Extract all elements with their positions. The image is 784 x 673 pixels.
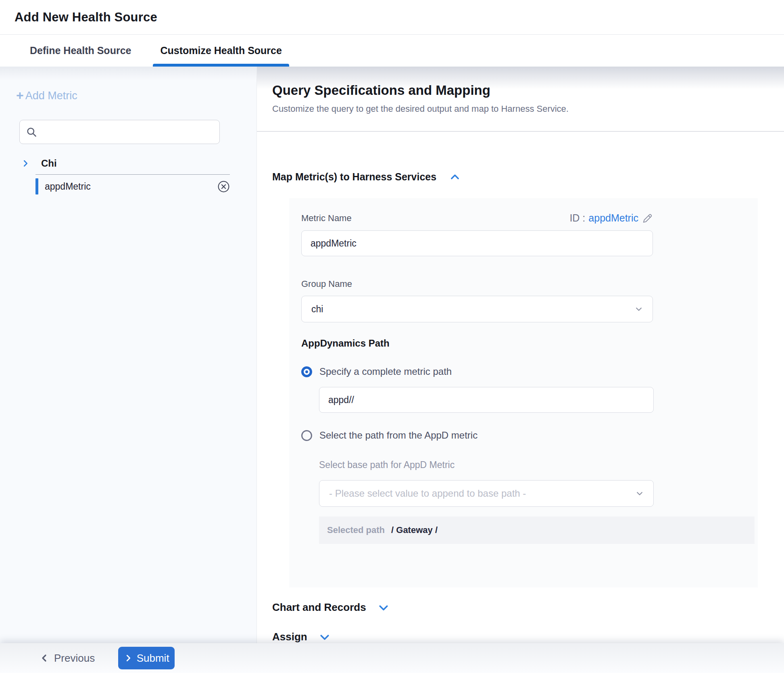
metric-item-label: appdMetric xyxy=(45,181,91,192)
selected-path-box: Selected path / Gateway / xyxy=(319,516,755,544)
chevron-right-icon xyxy=(124,654,133,663)
tab-customize-health-source[interactable]: Customize Health Source xyxy=(154,35,287,67)
panel-title: Query Specifications and Mapping xyxy=(272,83,784,98)
chart-and-records-toggle[interactable]: Chart and Records xyxy=(272,601,784,614)
dialog-body: + Add Metric Chi xyxy=(0,67,784,643)
panel-subtitle: Customize the query to get the desired o… xyxy=(272,104,784,114)
map-metric-card: Metric Name ID : appdMetric Group Nam xyxy=(289,198,758,587)
metric-id-value[interactable]: appdMetric xyxy=(588,212,638,224)
metric-group-chi[interactable]: Chi xyxy=(21,158,256,169)
base-path-select[interactable]: - Please select value to append to base … xyxy=(319,480,654,507)
base-path-placeholder: - Please select value to append to base … xyxy=(329,488,526,499)
metric-name-input[interactable] xyxy=(301,230,653,256)
section-title: Chart and Records xyxy=(272,601,366,614)
group-name-value: chi xyxy=(311,304,323,315)
add-metric-button[interactable]: + Add Metric xyxy=(16,89,77,102)
submit-label: Submit xyxy=(137,652,169,665)
chevron-up-icon xyxy=(449,171,461,183)
radio-complete-metric-path[interactable]: Specify a complete metric path xyxy=(301,366,746,377)
section-title: Assign xyxy=(272,631,307,643)
search-icon xyxy=(26,126,37,138)
tab-bar: Define Health Source Customize Health So… xyxy=(0,35,784,67)
chevron-down-icon xyxy=(636,489,644,497)
chevron-right-icon xyxy=(21,159,30,168)
radio-label: Specify a complete metric path xyxy=(319,366,452,377)
edit-pencil-icon[interactable] xyxy=(642,213,653,224)
complete-metric-path-input[interactable] xyxy=(319,387,654,413)
map-metrics-section-toggle[interactable]: Map Metric(s) to Harness Services xyxy=(272,171,784,183)
metric-name-label: Metric Name xyxy=(301,213,352,224)
metric-name-row: Metric Name ID : appdMetric xyxy=(301,212,653,224)
chevron-down-icon xyxy=(377,602,390,614)
group-label: Chi xyxy=(41,158,57,169)
submit-button[interactable]: Submit xyxy=(118,647,175,669)
chevron-left-icon xyxy=(40,653,49,663)
add-metric-label: Add Metric xyxy=(25,90,77,102)
radio-select-path-from-appd[interactable]: Select the path from the AppD metric xyxy=(301,430,746,441)
radio-selected-icon xyxy=(301,366,312,377)
panel-divider xyxy=(257,131,784,132)
tab-label: Customize Health Source xyxy=(160,45,281,56)
query-spec-panel: Query Specifications and Mapping Customi… xyxy=(257,67,784,643)
radio-label: Select the path from the AppD metric xyxy=(319,430,477,441)
previous-label: Previous xyxy=(54,652,95,665)
plus-icon: + xyxy=(16,89,24,102)
section-title: Map Metric(s) to Harness Services xyxy=(272,171,436,183)
delete-metric-icon[interactable] xyxy=(217,180,230,193)
metric-search-box xyxy=(19,120,220,144)
previous-button[interactable]: Previous xyxy=(40,652,95,665)
metric-id-chip: ID : appdMetric xyxy=(569,212,653,224)
tab-define-health-source[interactable]: Define Health Source xyxy=(24,35,137,67)
id-prefix: ID : xyxy=(569,212,585,224)
selected-path-label: Selected path xyxy=(327,525,385,535)
group-name-select[interactable]: chi xyxy=(301,296,653,322)
chevron-down-icon xyxy=(319,631,331,643)
base-path-label: Select base path for AppD Metric xyxy=(319,460,746,470)
selected-path-value: / Gateway / xyxy=(391,525,438,535)
assign-toggle[interactable]: Assign xyxy=(272,631,784,643)
metrics-sidebar: + Add Metric Chi xyxy=(0,67,257,643)
tab-label: Define Health Source xyxy=(30,45,131,56)
selected-indicator-bar xyxy=(35,178,38,194)
page-title: Add New Health Source xyxy=(15,10,157,25)
dialog-footer: Previous Submit xyxy=(0,643,784,673)
metric-search-input[interactable] xyxy=(37,120,219,144)
chevron-down-icon xyxy=(635,305,643,313)
appdynamics-path-heading: AppDynamics Path xyxy=(301,338,746,349)
add-health-source-dialog: Add New Health Source Define Health Sour… xyxy=(0,0,784,673)
metric-list-item-appdmetric[interactable]: appdMetric xyxy=(35,175,230,198)
radio-unselected-icon xyxy=(301,430,312,441)
dialog-header: Add New Health Source xyxy=(0,0,784,35)
group-name-label: Group Name xyxy=(301,279,746,289)
